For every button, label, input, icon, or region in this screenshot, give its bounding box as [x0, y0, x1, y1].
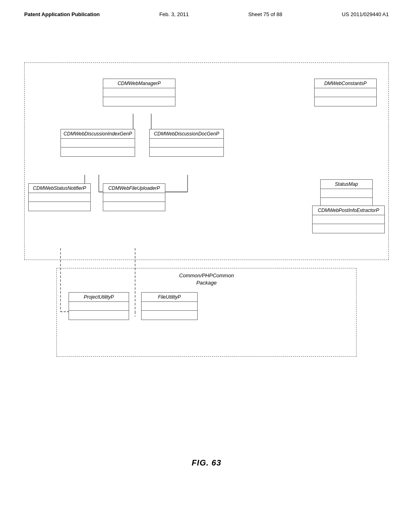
projectutility-section1 — [69, 302, 129, 311]
diagram-area: CDMWebManagerP DMWebConstantsP CDMWebDis… — [24, 62, 389, 419]
statusmap-title: StatusMap — [321, 180, 372, 189]
cdmwebmanager-title: CDMWebManagerP — [103, 79, 175, 88]
cdmwebfileuploader-title: CDMWebFileUploaderP — [103, 184, 165, 193]
patent-number: US 2011/029440 A1 — [342, 11, 389, 17]
dmwebconstants-title: DMWebConstantsP — [315, 79, 376, 88]
cdmwebdiscussiondoc-title: CDMWebDiscussionDocGenP — [150, 129, 223, 139]
statusmap-class: StatusMap — [320, 179, 373, 207]
page-header: Patent Application Publication Feb. 3, 2… — [0, 0, 413, 17]
statusmap-section1 — [321, 189, 372, 198]
projectutility-title: ProjectUtilityP — [69, 293, 129, 302]
cdmwebfileuploader-section1 — [103, 193, 165, 202]
cdmwebfileuploader-section2 — [103, 202, 165, 211]
cdmwebmanager-class: CDMWebManagerP — [103, 79, 175, 106]
fileutility-title: FileUtilityP — [142, 293, 197, 302]
cdmwebdiscussionindex-section2 — [61, 148, 135, 156]
cdmwebstatusnotifier-section2 — [29, 202, 90, 211]
cdmwebpostinfoextractor-section2 — [313, 224, 384, 233]
cdmwebdiscussiondoc-section2 — [150, 148, 223, 156]
bottom-package-label: Common/PHPCommon Package — [56, 272, 357, 287]
package-label-line1: Common/PHPCommon — [56, 272, 357, 279]
cdmwebpostinfoextractor-class: CDMWebPostInfoExtractorP — [312, 206, 385, 233]
cdmwebdiscussiondoc-class: CDMWebDiscussionDocGenP — [149, 129, 224, 157]
dmwebconstants-section1 — [315, 88, 376, 97]
cdmwebdiscussionindex-class: CDMWebDiscussionIndexGenP — [60, 129, 135, 157]
cdmwebfileuploader-class: CDMWebFileUploaderP — [103, 183, 165, 211]
fileutility-class: FileUtilityP — [141, 292, 198, 320]
cdmwebdiscussionindex-section1 — [61, 139, 135, 148]
cdmwebmanager-section2 — [103, 97, 175, 106]
cdmwebdiscussionindex-title: CDMWebDiscussionIndexGenP — [61, 129, 135, 139]
cdmwebmanager-section1 — [103, 88, 175, 97]
dmwebconstants-section2 — [315, 97, 376, 106]
fileutility-section1 — [142, 302, 197, 311]
figure-caption: FIG. 63 — [0, 458, 413, 468]
cdmwebpostinfoextractor-section1 — [313, 215, 384, 224]
cdmwebpostinfoextractor-title: CDMWebPostInfoExtractorP — [313, 206, 384, 215]
date-label: Feb. 3, 2011 — [159, 11, 189, 17]
fileutility-section2 — [142, 311, 197, 320]
dmwebconstants-class: DMWebConstantsP — [314, 79, 377, 106]
projectutility-class: ProjectUtilityP — [69, 292, 129, 320]
sheet-label: Sheet 75 of 88 — [248, 11, 282, 17]
publication-label: Patent Application Publication — [24, 11, 100, 17]
cdmwebstatusnotifier-section1 — [29, 193, 90, 202]
cdmwebdiscussiondoc-section1 — [150, 139, 223, 148]
cdmwebstatusnotifier-title: CDMWebStatusNotifierP — [29, 184, 90, 193]
cdmwebstatusnotifier-class: CDMWebStatusNotifierP — [28, 183, 91, 211]
projectutility-section2 — [69, 311, 129, 320]
package-label-line2: Package — [56, 279, 357, 287]
